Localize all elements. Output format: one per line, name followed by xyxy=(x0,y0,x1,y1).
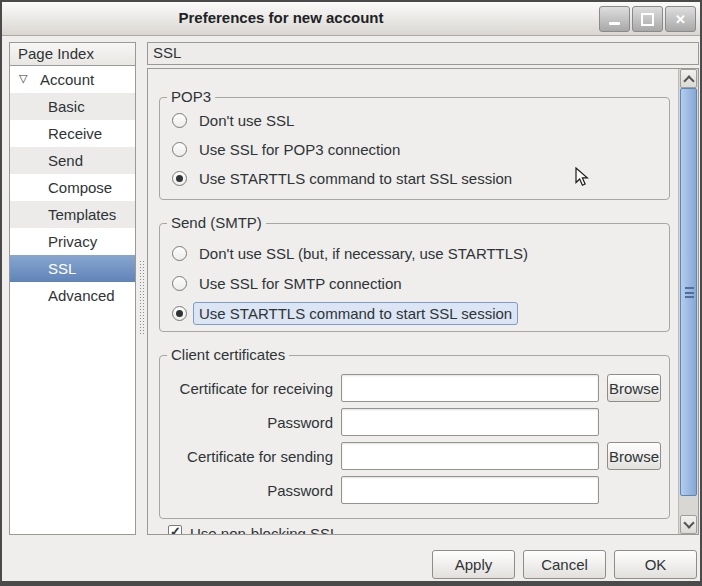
sidebar-item-advanced[interactable]: Advanced xyxy=(10,282,135,309)
radio-label: Don't use SSL (but, if necessary, use ST… xyxy=(193,242,534,265)
radio-option-smtp-dont-use-ssl[interactable]: Don't use SSL (but, if necessary, use ST… xyxy=(170,238,661,268)
chevron-up-icon xyxy=(683,75,694,86)
browse-sending-button[interactable]: Browse xyxy=(607,442,661,470)
expander-open-icon[interactable]: ▽ xyxy=(19,72,27,85)
sidebar-item-label: Receive xyxy=(10,125,102,142)
preferences-dialog: Preferences for new account ✕ Page Index… xyxy=(0,0,702,586)
password-sending-input[interactable] xyxy=(341,476,599,504)
sidebar-item-receive[interactable]: Receive xyxy=(10,120,135,147)
pop3-group: POP3 Don't use SSL Use SSL for POP3 conn… xyxy=(159,97,670,200)
radio-option-pop3-starttls[interactable]: Use STARTTLS command to start SSL sessio… xyxy=(170,164,661,193)
cancel-button[interactable]: Cancel xyxy=(523,550,606,579)
window-title: Preferences for new account xyxy=(2,9,560,26)
minimize-button[interactable] xyxy=(599,6,630,32)
cert-row-receiving: Certificate for receiving Browse xyxy=(168,374,661,402)
radio-icon xyxy=(172,171,187,186)
ok-button[interactable]: OK xyxy=(614,550,697,579)
sidebar-item-label: Basic xyxy=(10,98,85,115)
cert-row-sending-password: Password xyxy=(168,476,661,504)
sidebar-item-label: Send xyxy=(10,152,83,169)
close-icon: ✕ xyxy=(675,13,686,26)
radio-icon xyxy=(172,306,187,321)
smtp-group-legend: Send (SMTP) xyxy=(167,214,266,231)
scroll-down-button[interactable] xyxy=(680,515,697,534)
maximize-icon xyxy=(641,13,654,26)
scroll-up-button[interactable] xyxy=(680,69,697,88)
password-receiving-input[interactable] xyxy=(341,408,599,436)
radio-label: Don't use SSL xyxy=(193,109,300,132)
sidebar-item-account[interactable]: ▽ Account xyxy=(10,66,135,93)
client-certificates-legend: Client certificates xyxy=(167,346,289,363)
checkbox-label: Use non-blocking SSL xyxy=(190,525,338,535)
certificate-sending-input[interactable] xyxy=(341,442,599,470)
client-certificates-group: Client certificates Certificate for rece… xyxy=(159,355,670,519)
radio-label: Use SSL for SMTP connection xyxy=(193,272,408,295)
sidebar-item-label: SSL xyxy=(10,260,76,277)
maximize-button[interactable] xyxy=(632,6,663,32)
radio-label: Use SSL for POP3 connection xyxy=(193,138,406,161)
certificate-receiving-label: Certificate for receiving xyxy=(168,380,341,397)
page-title: SSL xyxy=(147,42,699,65)
smtp-group: Send (SMTP) Don't use SSL (but, if neces… xyxy=(159,223,670,332)
cert-row-sending: Certificate for sending Browse xyxy=(168,442,661,470)
scrollbar-thumb[interactable] xyxy=(680,88,697,496)
radio-icon xyxy=(172,113,187,128)
sidebar-item-templates[interactable]: Templates xyxy=(10,201,135,228)
sidebar-item-ssl[interactable]: SSL xyxy=(10,255,135,282)
settings-scroll-area: POP3 Don't use SSL Use SSL for POP3 conn… xyxy=(147,68,699,535)
scrollbar-grip-icon xyxy=(685,287,694,298)
pop3-group-legend: POP3 xyxy=(167,88,215,105)
radio-option-pop3-use-ssl[interactable]: Use SSL for POP3 connection xyxy=(170,135,661,164)
sidebar-item-basic[interactable]: Basic xyxy=(10,93,135,120)
vertical-scrollbar[interactable] xyxy=(678,69,698,534)
radio-label: Use STARTTLS command to start SSL sessio… xyxy=(193,302,518,325)
radio-option-pop3-dont-use-ssl[interactable]: Don't use SSL xyxy=(170,106,661,135)
password-sending-label: Password xyxy=(168,482,341,499)
page-index-tree: ▽ Account Basic Receive Send Compose Tem… xyxy=(9,65,136,535)
checkbox-icon xyxy=(168,525,182,535)
password-receiving-label: Password xyxy=(168,414,341,431)
radio-option-smtp-starttls[interactable]: Use STARTTLS command to start SSL sessio… xyxy=(170,298,661,328)
radio-icon xyxy=(172,246,187,261)
cert-row-receiving-password: Password xyxy=(168,408,661,436)
browse-receiving-button[interactable]: Browse xyxy=(607,374,661,402)
sidebar-item-label: Templates xyxy=(10,206,116,223)
pane-splitter-handle[interactable] xyxy=(139,260,144,334)
titlebar[interactable]: Preferences for new account ✕ xyxy=(2,2,700,36)
chevron-down-icon xyxy=(683,517,694,528)
sidebar-item-label: Compose xyxy=(10,179,112,196)
certificate-receiving-input[interactable] xyxy=(341,374,599,402)
sidebar-item-privacy[interactable]: Privacy xyxy=(10,228,135,255)
sidebar-item-send[interactable]: Send xyxy=(10,147,135,174)
radio-option-smtp-use-ssl[interactable]: Use SSL for SMTP connection xyxy=(170,268,661,298)
non-blocking-ssl-option[interactable]: Use non-blocking SSL xyxy=(168,525,338,535)
sidebar-item-label: Privacy xyxy=(10,233,97,250)
page-index-header[interactable]: Page Index xyxy=(9,42,136,66)
apply-button[interactable]: Apply xyxy=(432,550,515,579)
radio-icon xyxy=(172,276,187,291)
sidebar-item-compose[interactable]: Compose xyxy=(10,174,135,201)
sidebar-item-label: Advanced xyxy=(10,287,115,304)
window-controls: ✕ xyxy=(599,6,696,32)
certificate-sending-label: Certificate for sending xyxy=(168,448,341,465)
radio-label: Use STARTTLS command to start SSL sessio… xyxy=(193,167,518,190)
minimize-icon xyxy=(609,22,620,25)
radio-icon xyxy=(172,142,187,157)
close-button[interactable]: ✕ xyxy=(665,6,696,32)
